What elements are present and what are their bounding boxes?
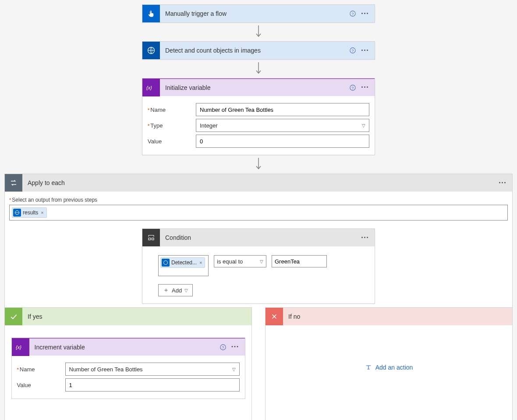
value-input[interactable]	[196, 135, 369, 148]
chevron-down-icon: ▽	[184, 288, 188, 293]
chevron-down-icon: ▽	[362, 123, 365, 128]
touch-icon	[142, 5, 160, 22]
detect-header[interactable]: Detect and count objects in images ? ···	[142, 42, 375, 59]
increment-header[interactable]: {x} Increment variable ? ···	[12, 338, 245, 356]
add-condition-button[interactable]: ＋ Add ▽	[158, 284, 193, 296]
svg-text:{x}: {x}	[16, 344, 21, 349]
if-yes-branch: If yes {x} Increment variable	[4, 307, 252, 420]
help-icon[interactable]: ?	[347, 45, 358, 56]
ellipsis-icon[interactable]: ···	[359, 8, 371, 19]
apply-each-card: Apply to each ··· Select an output from …	[4, 174, 513, 420]
init-var-title: Initialize variable	[160, 84, 347, 91]
condition-right-input[interactable]	[272, 255, 327, 267]
variable-icon: {x}	[142, 79, 160, 96]
name-select[interactable]: Number of Green Tea Bottles ▽	[65, 363, 240, 376]
operator-value: is equal to	[217, 258, 243, 265]
select-output-input[interactable]: results ×	[9, 205, 508, 221]
condition-icon	[142, 229, 160, 246]
increment-card: {x} Increment variable ? ···	[11, 338, 245, 399]
if-no-branch: If no Add an action	[265, 307, 513, 420]
results-token[interactable]: results ×	[12, 207, 47, 218]
trigger-header[interactable]: Manually trigger a flow ? ···	[142, 5, 375, 22]
help-icon[interactable]: ?	[347, 82, 358, 93]
name-value: Number of Green Tea Bottles	[69, 366, 143, 373]
if-no-header: If no	[266, 308, 512, 325]
close-icon[interactable]: ×	[198, 260, 203, 265]
svg-text:?: ?	[352, 49, 354, 53]
trigger-title: Manually trigger a flow	[160, 10, 347, 17]
apply-each-header[interactable]: Apply to each ···	[5, 174, 512, 192]
add-action-label: Add an action	[375, 364, 413, 371]
condition-header[interactable]: Condition ···	[142, 229, 375, 246]
if-yes-title: If yes	[22, 313, 42, 320]
close-icon[interactable]: ×	[40, 210, 44, 215]
init-var-body: Name Type Integer ▽ Value	[142, 96, 375, 155]
ai-icon	[162, 259, 170, 267]
name-label: Name	[148, 107, 196, 113]
chevron-down-icon: ▽	[260, 259, 263, 264]
add-action-button[interactable]: Add an action	[365, 364, 413, 371]
condition-card: Condition ··· Detected... ×	[142, 228, 375, 304]
arrow-icon	[255, 23, 262, 41]
ellipsis-icon[interactable]: ···	[359, 232, 371, 243]
check-icon	[5, 308, 22, 325]
apply-each-title: Apply to each	[22, 179, 496, 186]
trigger-card[interactable]: Manually trigger a flow ? ···	[142, 4, 375, 23]
if-yes-header: If yes	[5, 308, 251, 325]
svg-text:?: ?	[352, 12, 354, 16]
loop-icon	[5, 174, 22, 192]
value-input[interactable]	[65, 378, 240, 392]
svg-text:?: ?	[352, 85, 354, 90]
chevron-down-icon: ▽	[232, 367, 236, 372]
svg-point-12	[164, 261, 168, 265]
if-no-title: If no	[283, 313, 300, 320]
ai-icon	[142, 42, 160, 59]
ai-icon	[13, 209, 21, 217]
condition-operator-select[interactable]: is equal to ▽	[214, 255, 266, 267]
type-value: Integer	[200, 122, 217, 129]
ellipsis-icon[interactable]: ···	[359, 82, 371, 93]
name-label: Name	[17, 366, 65, 373]
type-select[interactable]: Integer ▽	[196, 119, 369, 132]
value-label: Value	[17, 382, 65, 388]
detect-card[interactable]: Detect and count objects in images ? ···	[142, 41, 375, 60]
help-icon[interactable]: ?	[218, 342, 228, 352]
token-label: results	[23, 210, 38, 216]
detected-token[interactable]: Detected... ×	[160, 257, 205, 268]
token-label: Detected...	[171, 260, 197, 266]
condition-left-input[interactable]: Detected... ×	[158, 255, 209, 276]
arrow-icon	[255, 60, 262, 78]
help-icon[interactable]: ?	[347, 8, 358, 19]
svg-text:?: ?	[222, 345, 224, 349]
svg-text:{x}: {x}	[146, 85, 152, 90]
increment-title: Increment variable	[29, 344, 218, 351]
detect-title: Detect and count objects in images	[160, 47, 347, 54]
variable-icon: {x}	[12, 338, 29, 356]
insert-icon	[365, 364, 372, 371]
ellipsis-icon[interactable]: ···	[229, 342, 241, 352]
init-var-header[interactable]: {x} Initialize variable ? ···	[142, 78, 375, 96]
add-label: Add	[172, 287, 182, 294]
condition-title: Condition	[160, 234, 359, 241]
name-input[interactable]	[196, 103, 369, 116]
ellipsis-icon[interactable]: ···	[359, 45, 371, 56]
type-label: Type	[148, 122, 196, 129]
arrow-icon	[255, 155, 262, 174]
select-output-label: Select an output from previous steps	[9, 197, 508, 203]
cross-icon	[266, 308, 283, 325]
plus-icon: ＋	[163, 286, 169, 294]
init-var-card: {x} Initialize variable ? ··· Name Type …	[142, 78, 375, 155]
ellipsis-icon[interactable]: ···	[496, 178, 509, 188]
value-label: Value	[148, 138, 196, 145]
